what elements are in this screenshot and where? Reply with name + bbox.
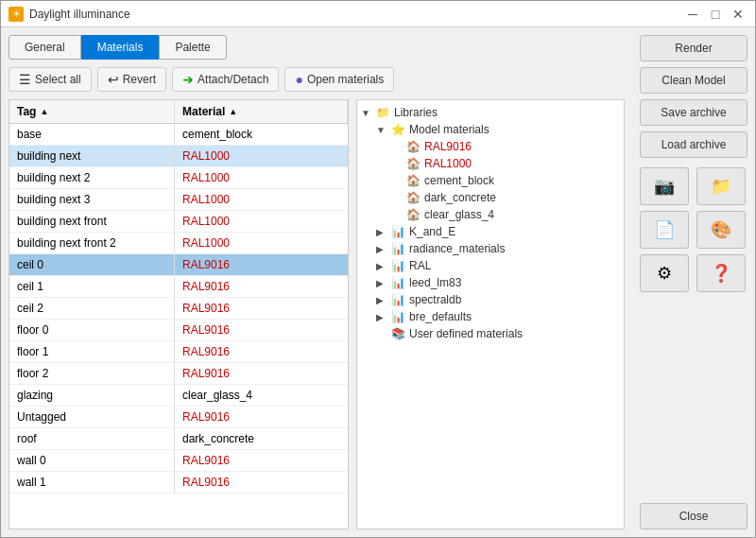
material-house-icon: 🏠	[406, 191, 421, 204]
document-button[interactable]: 📄	[640, 211, 689, 249]
tree-node-spectraldb[interactable]: ▶ 📊 spectraldb	[376, 291, 620, 308]
maximize-button[interactable]: □	[706, 5, 725, 24]
select-all-icon: ☰	[19, 72, 31, 87]
bre-icon: 📊	[391, 310, 405, 323]
load-archive-button[interactable]: Load archive	[640, 131, 747, 158]
colors-icon: 🎨	[711, 219, 731, 240]
tree-node-leed[interactable]: ▶ 📊 leed_lm83	[376, 274, 620, 291]
sort-material-icon: ▲	[229, 107, 237, 116]
revert-icon: ↩	[108, 72, 119, 87]
folder-button[interactable]: 📁	[696, 167, 746, 205]
spectraldb-icon: 📊	[391, 293, 405, 306]
col-header-material[interactable]: Material ▲	[175, 100, 348, 123]
table-row[interactable]: building next 3 RAL1000	[9, 189, 348, 211]
tree-node-ral9016[interactable]: 🏠 RAL9016	[391, 138, 620, 155]
tree-node-model-materials[interactable]: ▼ ⭐ Model materials	[376, 121, 620, 138]
expand-spectraldb-icon[interactable]: ▶	[376, 295, 387, 305]
leed-icon: 📊	[391, 276, 405, 289]
clean-model-button[interactable]: Clean Model	[640, 67, 747, 94]
save-archive-button[interactable]: Save archive	[640, 99, 747, 126]
close-window-button[interactable]: ✕	[729, 5, 747, 24]
window-title: Daylight illuminance	[29, 8, 130, 21]
colors-button[interactable]: 🎨	[696, 211, 746, 249]
expand-model-materials-icon[interactable]: ▼	[376, 125, 387, 135]
camera-button[interactable]: 📷	[640, 167, 689, 205]
tree-node-bre[interactable]: ▶ 📊 bre_defaults	[376, 308, 620, 325]
panels-row: Tag ▲ Material ▲ base cement_block	[9, 99, 625, 529]
table-header: Tag ▲ Material ▲	[9, 100, 348, 124]
table-row[interactable]: wall 1 RAL9016	[9, 472, 348, 494]
tree-node-dark-concrete[interactable]: 🏠 dark_concrete	[391, 189, 620, 206]
material-house-icon: 🏠	[406, 157, 421, 170]
radiance-icon: 📊	[391, 242, 405, 255]
left-panel: General Materials Palette ☰ Select all ↩…	[1, 27, 632, 537]
document-icon: 📄	[654, 219, 675, 240]
settings-button[interactable]: ⚙	[640, 254, 689, 292]
help-button[interactable]: ❓	[696, 254, 746, 292]
attach-detach-icon: ➜	[182, 72, 194, 87]
icon-button-grid: 📷 📁 📄 🎨 ⚙ ❓	[640, 167, 747, 292]
folder-icon: 📁	[711, 176, 731, 197]
help-icon: ❓	[711, 263, 731, 284]
render-button[interactable]: Render	[640, 35, 747, 61]
tree-node-ral1000[interactable]: 🏠 RAL1000	[391, 155, 620, 172]
title-bar: ☀ Daylight illuminance ─ □ ✕	[1, 1, 755, 27]
open-materials-icon: ●	[295, 72, 302, 87]
table-body[interactable]: base cement_block building next RAL1000 …	[9, 124, 348, 529]
tree-node-user-defined[interactable]: 📚 User defined materials	[376, 325, 620, 342]
model-materials-icon: ⭐	[391, 123, 405, 136]
expand-libraries-icon[interactable]: ▼	[361, 108, 372, 118]
table-row[interactable]: floor 0 RAL9016	[9, 320, 348, 341]
select-all-button[interactable]: ☰ Select all	[9, 67, 92, 92]
tab-materials[interactable]: Materials	[81, 35, 160, 60]
tree-node-radiance[interactable]: ▶ 📊 radiance_materials	[376, 240, 620, 257]
app-icon: ☀	[9, 7, 24, 22]
title-bar-left: ☀ Daylight illuminance	[9, 7, 130, 22]
material-house-icon: 🏠	[406, 140, 421, 153]
tab-general[interactable]: General	[9, 35, 81, 60]
table-row[interactable]: floor 1 RAL9016	[9, 341, 348, 363]
tree-node-k-and-e[interactable]: ▶ 📊 K_and_E	[376, 223, 620, 240]
material-house-icon: 🏠	[406, 174, 421, 187]
tree-node-clear-glass[interactable]: 🏠 clear_glass_4	[391, 206, 620, 223]
expand-leed-icon[interactable]: ▶	[376, 278, 387, 288]
table-row[interactable]: building next front RAL1000	[9, 211, 348, 233]
attach-detach-button[interactable]: ➜ Attach/Detach	[172, 67, 279, 92]
expand-k-and-e-icon[interactable]: ▶	[376, 227, 387, 237]
expand-ral-icon[interactable]: ▶	[376, 261, 387, 271]
main-window: ☀ Daylight illuminance ─ □ ✕ General Mat…	[0, 0, 756, 538]
expand-bre-icon[interactable]: ▶	[376, 312, 387, 322]
table-row[interactable]: glazing clear_glass_4	[9, 385, 348, 407]
minimize-button[interactable]: ─	[683, 5, 702, 24]
table-row[interactable]: roof dark_concrete	[9, 428, 348, 450]
revert-button[interactable]: ↩ Revert	[97, 67, 166, 92]
close-button[interactable]: Close	[640, 503, 747, 529]
libraries-children: ▼ ⭐ Model materials 🏠 RAL9016	[376, 121, 620, 342]
k-and-e-icon: 📊	[391, 225, 405, 238]
user-defined-icon: 📚	[391, 327, 405, 340]
settings-icon: ⚙	[657, 263, 672, 284]
table-row[interactable]: wall 0 RAL9016	[9, 450, 348, 472]
table-row[interactable]: base cement_block	[9, 124, 348, 146]
open-materials-button[interactable]: ● Open materials	[284, 67, 394, 92]
table-row[interactable]: Untagged RAL9016	[9, 407, 348, 428]
tree-node-ral[interactable]: ▶ 📊 RAL	[376, 257, 620, 274]
table-row[interactable]: floor 2 RAL9016	[9, 363, 348, 385]
expand-radiance-icon[interactable]: ▶	[376, 244, 387, 254]
table-row[interactable]: ceil 1 RAL9016	[9, 276, 348, 298]
materials-table: Tag ▲ Material ▲ base cement_block	[9, 99, 349, 529]
camera-icon: 📷	[654, 176, 675, 197]
library-tree[interactable]: ▼ 📁 Libraries ▼ ⭐ Model materials	[356, 99, 625, 529]
table-row[interactable]: building next front 2 RAL1000	[9, 233, 348, 254]
title-bar-controls: ─ □ ✕	[683, 5, 747, 24]
table-row[interactable]: ceil 2 RAL9016	[9, 298, 348, 320]
model-materials-children: 🏠 RAL9016 🏠 RAL1000 🏠 c	[391, 138, 620, 223]
tab-palette[interactable]: Palette	[159, 35, 226, 60]
table-row[interactable]: ceil 0 RAL9016	[9, 254, 348, 276]
tree-node-cement-block[interactable]: 🏠 cement_block	[391, 172, 620, 189]
col-header-tag[interactable]: Tag ▲	[9, 100, 175, 123]
folder-icon: 📁	[376, 106, 390, 119]
tree-node-libraries[interactable]: ▼ 📁 Libraries	[361, 104, 620, 121]
table-row[interactable]: building next 2 RAL1000	[9, 167, 348, 189]
table-row[interactable]: building next RAL1000	[9, 146, 348, 167]
